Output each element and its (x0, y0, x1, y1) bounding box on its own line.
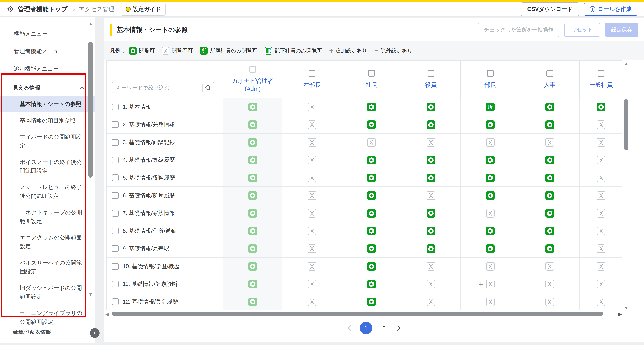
view-denied-icon[interactable] (308, 156, 316, 164)
sidebar-section-visible-info[interactable]: 見える情報 (0, 78, 95, 96)
scroll-down-icon[interactable]: ▼ (88, 292, 93, 297)
role-name[interactable]: 社長 (366, 81, 377, 89)
create-role-button[interactable]: ロールを作成 (584, 3, 637, 16)
sidebar-item[interactable]: コネクトキューブの公開範囲設定 (0, 204, 95, 229)
role-name[interactable]: 人事 (544, 81, 556, 89)
view-allowed-icon[interactable]: − (367, 103, 376, 111)
row-select-checkbox[interactable] (112, 298, 118, 305)
view-denied-icon[interactable] (486, 138, 494, 147)
view-allowed-icon[interactable] (427, 120, 435, 129)
scroll-up-icon[interactable]: ▲ (88, 21, 93, 26)
row-select-checkbox[interactable] (112, 121, 118, 128)
view-denied-icon[interactable] (308, 280, 316, 288)
search-icon[interactable] (206, 85, 210, 90)
view-allowed-icon[interactable] (486, 191, 494, 200)
scroll-down-icon[interactable]: ▼ (624, 306, 629, 310)
view-allowed-icon[interactable] (367, 191, 376, 200)
view-denied-icon[interactable] (308, 262, 316, 271)
view-allowed-icon[interactable] (546, 120, 554, 129)
vertical-scrollbar-thumb[interactable] (624, 99, 628, 150)
view-denied-icon[interactable] (546, 280, 554, 288)
role-name[interactable]: 一般社員 (590, 81, 613, 89)
view-allowed-icon[interactable] (546, 191, 554, 200)
view-denied-icon[interactable] (308, 298, 316, 306)
role-select-checkbox[interactable] (309, 70, 316, 77)
sidebar-item[interactable]: 機能メニュー (0, 25, 95, 42)
view-allowed-icon[interactable] (367, 209, 376, 218)
role-name[interactable]: 役員 (425, 81, 437, 89)
view-denied-icon[interactable] (427, 262, 435, 271)
view-denied-icon[interactable] (597, 138, 605, 147)
view-denied-icon[interactable]: + (486, 280, 494, 288)
sidebar-item[interactable]: 基本情報・シートの参照 (0, 96, 95, 112)
sidebar-item[interactable]: 管理者機能メニュー (0, 42, 95, 60)
row-select-checkbox[interactable] (112, 228, 118, 234)
view-allowed-icon[interactable] (427, 156, 435, 164)
role-name[interactable]: 部長 (484, 81, 496, 89)
role-name-label[interactable]: 本部長 (303, 81, 321, 89)
view-allowed-icon[interactable] (546, 244, 554, 253)
view-denied-icon[interactable] (308, 103, 316, 111)
view-allowed-icon[interactable] (546, 227, 554, 235)
role-name[interactable]: カオナビ管理者(Adm) (232, 77, 274, 93)
scroll-up-icon[interactable]: ▲ (624, 61, 629, 66)
role-name-label[interactable]: 一般社員 (590, 81, 613, 89)
role-select-checkbox[interactable] (368, 70, 375, 77)
view-allowed-icon[interactable] (486, 227, 494, 235)
view-denied-icon[interactable] (597, 156, 605, 164)
view-denied-icon[interactable] (546, 138, 554, 147)
row-select-checkbox[interactable] (112, 192, 118, 199)
view-denied-icon[interactable] (597, 280, 605, 288)
view-denied-icon[interactable] (427, 138, 435, 147)
sidebar-collapse-button[interactable] (90, 328, 100, 338)
view-denied-icon[interactable] (427, 298, 435, 306)
row-select-checkbox[interactable] (112, 157, 118, 164)
row-select-checkbox[interactable] (112, 104, 118, 110)
row-select-checkbox[interactable] (112, 139, 118, 146)
view-denied-icon[interactable] (597, 174, 605, 182)
role-name-label[interactable]: 社長 (366, 81, 377, 89)
view-denied-icon[interactable] (367, 138, 376, 147)
view-denied-icon[interactable] (597, 244, 605, 253)
own-dept-only-icon[interactable]: 所 (486, 103, 494, 111)
view-denied-icon[interactable] (546, 262, 554, 271)
role-name-label[interactable]: 役員 (425, 81, 437, 89)
view-denied-icon[interactable] (308, 209, 316, 218)
view-allowed-icon[interactable] (427, 103, 435, 111)
view-denied-icon[interactable] (597, 120, 605, 129)
settings-guide-button[interactable]: 設定ガイド (121, 3, 166, 16)
view-allowed-icon[interactable] (367, 174, 376, 182)
view-denied-icon[interactable] (486, 262, 494, 271)
view-denied-icon[interactable] (597, 191, 605, 200)
view-allowed-icon[interactable] (367, 262, 376, 271)
scroll-right-icon[interactable]: ▶ (618, 311, 622, 317)
view-allowed-icon[interactable] (486, 120, 494, 129)
view-allowed-icon[interactable] (486, 174, 494, 182)
sidebar-item[interactable]: ボイスノートの終了後公開範囲設定 (0, 154, 95, 179)
view-denied-icon[interactable] (427, 191, 435, 200)
row-select-checkbox[interactable] (112, 263, 118, 270)
view-allowed-icon[interactable] (486, 156, 494, 164)
view-allowed-icon[interactable] (367, 244, 376, 253)
view-denied-icon[interactable] (308, 120, 316, 129)
row-select-checkbox[interactable] (112, 174, 118, 181)
view-denied-icon[interactable] (308, 191, 316, 200)
pagination-page-active[interactable]: 1 (360, 322, 372, 334)
view-allowed-icon[interactable] (367, 298, 376, 306)
view-allowed-icon[interactable] (427, 209, 435, 218)
view-allowed-icon[interactable] (427, 244, 435, 253)
bulk-action-button[interactable]: チェックした箇所を一括操作 (478, 23, 559, 37)
sidebar-item[interactable]: パルスサーベイの公開範囲設定 (0, 254, 95, 280)
view-denied-icon[interactable] (597, 227, 605, 235)
view-denied-icon[interactable] (597, 209, 605, 218)
row-select-checkbox[interactable] (112, 281, 118, 288)
view-allowed-icon[interactable] (427, 174, 435, 182)
view-allowed-icon[interactable] (427, 227, 435, 235)
view-allowed-icon[interactable] (367, 280, 376, 288)
role-name[interactable]: 本部長 (303, 81, 321, 89)
save-settings-button[interactable]: 設定保存 (605, 23, 638, 37)
reset-button[interactable]: リセット (564, 23, 600, 37)
view-denied-icon[interactable] (546, 298, 554, 306)
role-name-label[interactable]: カオナビ管理者 (232, 77, 274, 85)
row-select-checkbox[interactable] (112, 245, 118, 252)
